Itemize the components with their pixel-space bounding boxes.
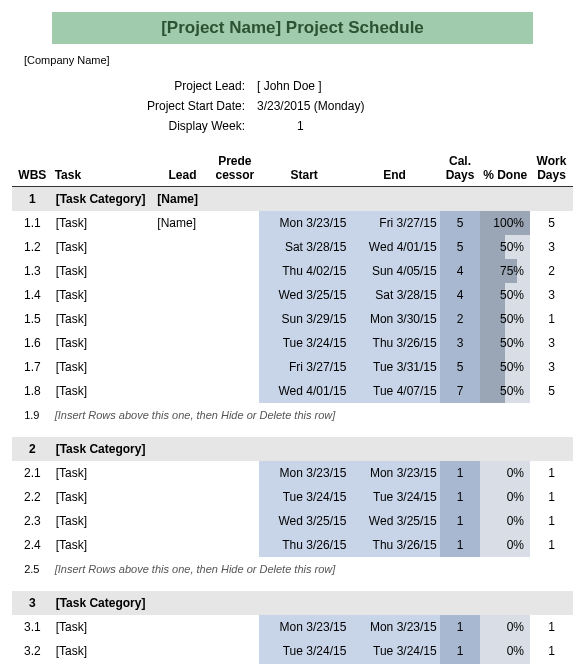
task-row: 2.2[Task]Tue 3/24/15Tue 3/24/1510%1 bbox=[12, 485, 573, 509]
category-lead: [Name] bbox=[154, 187, 210, 211]
header-task: Task bbox=[53, 150, 155, 187]
project-lead-value: [ John Doe ] bbox=[257, 79, 322, 93]
cell-lead bbox=[154, 235, 210, 259]
category-name: [Task Category] bbox=[53, 591, 155, 615]
display-week-value: 1 bbox=[257, 119, 304, 133]
header-pred: Prede cessor bbox=[211, 150, 259, 187]
cell-lead bbox=[154, 615, 210, 639]
cell-pred bbox=[211, 461, 259, 485]
cell-cal-days: 3 bbox=[440, 331, 481, 355]
schedule-table: WBS Task Lead Prede cessor Start End Cal… bbox=[12, 150, 573, 664]
cell-pct-done: 50% bbox=[480, 331, 530, 355]
cell-end: Mon 3/23/15 bbox=[349, 615, 439, 639]
cell-task: [Task] bbox=[53, 283, 155, 307]
cell-cal-days: 1 bbox=[440, 485, 481, 509]
cell-lead bbox=[154, 283, 210, 307]
cell-wbs: 1.6 bbox=[12, 331, 53, 355]
cell-pct-done: 0% bbox=[480, 615, 530, 639]
cell-work-days: 5 bbox=[530, 211, 573, 235]
category-row: 2[Task Category] bbox=[12, 437, 573, 461]
cell-lead bbox=[154, 533, 210, 557]
cell-pct-done: 0% bbox=[480, 509, 530, 533]
project-start-label: Project Start Date: bbox=[12, 99, 257, 113]
cell-pred bbox=[211, 211, 259, 235]
cell-pct-done: 0% bbox=[480, 461, 530, 485]
cell-wbs: 1.2 bbox=[12, 235, 53, 259]
hint-text: [Insert Rows above this one, then Hide o… bbox=[53, 403, 573, 427]
cell-work-days: 3 bbox=[530, 235, 573, 259]
cell-end: Mon 3/30/15 bbox=[349, 307, 439, 331]
cell-end: Sun 4/05/15 bbox=[349, 259, 439, 283]
info-row-lead: Project Lead: [ John Doe ] bbox=[12, 76, 573, 96]
cell-start: Sat 3/28/15 bbox=[259, 235, 349, 259]
category-name: [Task Category] bbox=[53, 187, 155, 211]
display-week-label: Display Week: bbox=[12, 119, 257, 133]
category-wbs: 2 bbox=[12, 437, 53, 461]
cell-work-days: 1 bbox=[530, 307, 573, 331]
cell-wbs: 3.1 bbox=[12, 615, 53, 639]
cell-end: Tue 3/31/15 bbox=[349, 355, 439, 379]
header-end: End bbox=[349, 150, 439, 187]
cell-lead bbox=[154, 509, 210, 533]
project-lead-label: Project Lead: bbox=[12, 79, 257, 93]
info-row-start: Project Start Date: 3/23/2015 (Monday) bbox=[12, 96, 573, 116]
cell-lead bbox=[154, 355, 210, 379]
task-row: 1.6[Task]Tue 3/24/15Thu 3/26/15350%3 bbox=[12, 331, 573, 355]
task-row: 1.1[Task][Name]Mon 3/23/15Fri 3/27/15510… bbox=[12, 211, 573, 235]
cell-task: [Task] bbox=[53, 461, 155, 485]
cell-start: Tue 3/24/15 bbox=[259, 485, 349, 509]
task-row: 1.5[Task]Sun 3/29/15Mon 3/30/15250%1 bbox=[12, 307, 573, 331]
task-row: 3.1[Task]Mon 3/23/15Mon 3/23/1510%1 bbox=[12, 615, 573, 639]
cell-cal-days: 7 bbox=[440, 379, 481, 403]
cell-pred bbox=[211, 379, 259, 403]
company-name: [Company Name] bbox=[12, 52, 573, 76]
cell-task: [Task] bbox=[53, 235, 155, 259]
cell-work-days: 3 bbox=[530, 355, 573, 379]
cell-wbs: 1.1 bbox=[12, 211, 53, 235]
cell-start: Tue 3/24/15 bbox=[259, 331, 349, 355]
cell-pred bbox=[211, 235, 259, 259]
cell-pred bbox=[211, 485, 259, 509]
cell-wbs: 2.1 bbox=[12, 461, 53, 485]
cell-work-days: 1 bbox=[530, 533, 573, 557]
hint-wbs: 2.5 bbox=[12, 557, 53, 581]
cell-cal-days: 2 bbox=[440, 307, 481, 331]
cell-work-days: 1 bbox=[530, 509, 573, 533]
cell-start: Wed 4/01/15 bbox=[259, 379, 349, 403]
cell-pct-done: 50% bbox=[480, 379, 530, 403]
cell-pred bbox=[211, 533, 259, 557]
task-row: 1.2[Task]Sat 3/28/15Wed 4/01/15550%3 bbox=[12, 235, 573, 259]
category-wbs: 1 bbox=[12, 187, 53, 211]
cell-end: Tue 3/24/15 bbox=[349, 639, 439, 663]
cell-pred bbox=[211, 307, 259, 331]
cell-end: Thu 3/26/15 bbox=[349, 331, 439, 355]
cell-pred bbox=[211, 639, 259, 663]
cell-pct-done: 50% bbox=[480, 283, 530, 307]
cell-wbs: 2.4 bbox=[12, 533, 53, 557]
task-row: 1.4[Task]Wed 3/25/15Sat 3/28/15450%3 bbox=[12, 283, 573, 307]
category-row: 3[Task Category] bbox=[12, 591, 573, 615]
cell-pct-done: 75% bbox=[480, 259, 530, 283]
hint-row: 1.9[Insert Rows above this one, then Hid… bbox=[12, 403, 573, 427]
cell-task: [Task] bbox=[53, 379, 155, 403]
cell-task: [Task] bbox=[53, 355, 155, 379]
task-row: 1.7[Task]Fri 3/27/15Tue 3/31/15550%3 bbox=[12, 355, 573, 379]
cell-lead bbox=[154, 485, 210, 509]
cell-work-days: 1 bbox=[530, 615, 573, 639]
cell-wbs: 1.7 bbox=[12, 355, 53, 379]
info-row-week: Display Week: 1 bbox=[12, 116, 573, 136]
header-start: Start bbox=[259, 150, 349, 187]
cell-pct-done: 0% bbox=[480, 485, 530, 509]
cell-pred bbox=[211, 283, 259, 307]
cell-work-days: 1 bbox=[530, 461, 573, 485]
cell-work-days: 1 bbox=[530, 485, 573, 509]
task-row: 3.2[Task]Tue 3/24/15Tue 3/24/1510%1 bbox=[12, 639, 573, 663]
cell-lead bbox=[154, 639, 210, 663]
cell-cal-days: 1 bbox=[440, 615, 481, 639]
cell-cal-days: 5 bbox=[440, 211, 481, 235]
cell-task: [Task] bbox=[53, 307, 155, 331]
cell-start: Fri 3/27/15 bbox=[259, 355, 349, 379]
cell-pct-done: 50% bbox=[480, 355, 530, 379]
cell-task: [Task] bbox=[53, 259, 155, 283]
cell-work-days: 2 bbox=[530, 259, 573, 283]
